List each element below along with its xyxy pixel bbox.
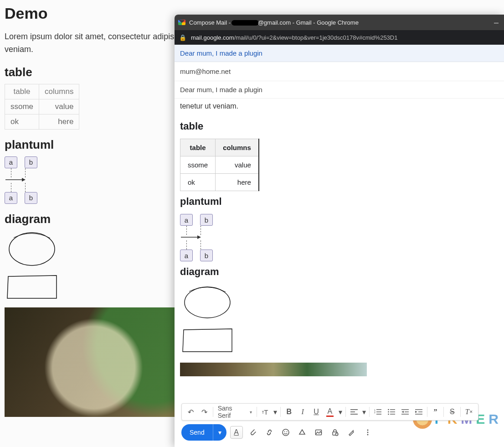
- insert-emoji-button[interactable]: [279, 426, 292, 439]
- insert-drive-button[interactable]: [296, 426, 309, 439]
- table-row: ok here: [5, 114, 79, 129]
- compose-header-subject[interactable]: Dear mum, I made a plugin: [175, 45, 504, 62]
- svg-point-18: [388, 411, 389, 413]
- svg-marker-1: [22, 178, 26, 182]
- chrome-window: Compose Mail - @gmail.com - Gmail - Goog…: [175, 15, 504, 447]
- plantuml-node-b: b: [25, 192, 37, 204]
- svg-marker-31: [299, 430, 305, 434]
- table-row: ssome value: [180, 156, 259, 174]
- doc-table: table columns ssome value ok here: [5, 84, 79, 130]
- body-plantuml-heading: plantuml: [180, 196, 499, 208]
- svg-point-39: [367, 434, 368, 436]
- svg-point-17: [388, 409, 389, 411]
- window-minimize-button[interactable]: –: [492, 18, 500, 26]
- svg-point-28: [283, 429, 289, 436]
- text-color-caret[interactable]: ▾: [337, 405, 344, 418]
- svg-marker-23: [401, 411, 404, 413]
- body-diagram-heading: diagram: [180, 266, 499, 278]
- svg-marker-27: [415, 411, 417, 413]
- plantuml-node-a: a: [180, 214, 193, 226]
- numbered-list-button[interactable]: 12: [371, 405, 384, 418]
- svg-marker-4: [197, 235, 201, 239]
- svg-rect-32: [315, 430, 321, 435]
- blockquote-button[interactable]: ”: [429, 405, 442, 418]
- plantuml-node-a: a: [5, 156, 17, 168]
- body-table: table columns ssome value ok here: [180, 139, 259, 191]
- plantuml-node-a: a: [180, 249, 193, 261]
- plantuml-node-b: b: [200, 214, 213, 226]
- send-toolbar: Send ▾ A: [181, 423, 499, 442]
- indent-decrease-button[interactable]: [399, 405, 411, 418]
- svg-point-19: [388, 414, 389, 415]
- svg-text:2: 2: [374, 411, 375, 414]
- to-field[interactable]: mum@home.net: [175, 62, 504, 81]
- redacted-username: [231, 20, 259, 26]
- italic-button[interactable]: I: [296, 405, 309, 418]
- window-titlebar[interactable]: Compose Mail - @gmail.com - Gmail - Goog…: [175, 15, 504, 30]
- underline-button[interactable]: U: [310, 405, 323, 418]
- send-button[interactable]: Send ▾: [181, 424, 226, 441]
- redo-button[interactable]: ↷: [198, 405, 211, 418]
- text-color-button[interactable]: A: [324, 405, 336, 418]
- table-row: table columns: [180, 139, 259, 156]
- send-button-label: Send: [181, 424, 213, 441]
- address-bar[interactable]: 🔒 mail.google.com/mail/u/0/?ui=2&view=bt…: [175, 30, 504, 45]
- svg-point-30: [286, 431, 287, 432]
- svg-point-2: [9, 233, 55, 265]
- gmail-icon: [178, 20, 185, 25]
- undo-button[interactable]: ↶: [185, 405, 197, 418]
- body-plantuml-diagram: a b a b: [180, 214, 499, 261]
- insert-photo-button[interactable]: [312, 426, 325, 439]
- formatting-toolbar: ↶ ↷ Sans Serif ▾ тT ▾ B I U A ▾ ▾ 12 ” S…: [181, 403, 478, 421]
- svg-point-5: [185, 287, 230, 318]
- font-size-button[interactable]: тT: [259, 405, 272, 418]
- body-freehand-diagram: [180, 284, 499, 354]
- body-photo-strip: [180, 363, 367, 376]
- font-size-caret[interactable]: ▾: [273, 405, 279, 418]
- remove-formatting-button[interactable]: T✕: [463, 405, 475, 418]
- subject-field[interactable]: Dear mum, I made a plugin: [175, 81, 504, 99]
- table-row: table columns: [5, 84, 79, 99]
- svg-point-38: [367, 432, 368, 433]
- plantuml-node-b: b: [200, 249, 213, 261]
- insert-signature-button[interactable]: [345, 426, 358, 439]
- url: mail.google.com/mail/u/0/?ui=2&view=btop…: [191, 34, 397, 41]
- chevron-down-icon: ▾: [250, 410, 252, 415]
- table-row: ok here: [180, 174, 259, 191]
- align-caret[interactable]: ▾: [361, 405, 367, 418]
- arrow-icon: [180, 234, 201, 240]
- svg-point-37: [367, 430, 368, 431]
- plantuml-node-b: b: [25, 156, 37, 168]
- bold-button[interactable]: B: [283, 405, 295, 418]
- lock-icon: 🔒: [179, 34, 186, 41]
- confidential-mode-button[interactable]: [329, 426, 341, 439]
- window-title: Compose Mail - @gmail.com - Gmail - Goog…: [189, 19, 359, 26]
- indent-increase-button[interactable]: [412, 405, 425, 418]
- text-format-toggle-button[interactable]: A: [230, 426, 243, 439]
- font-family-label: Sans Serif: [218, 405, 247, 419]
- plantuml-node-a: a: [5, 192, 17, 204]
- send-more-button[interactable]: ▾: [213, 424, 226, 441]
- svg-line-36: [337, 434, 338, 435]
- more-options-button[interactable]: [361, 426, 374, 439]
- strikethrough-button[interactable]: S: [446, 405, 458, 418]
- table-row: ssome value: [5, 99, 79, 114]
- body-table-heading: table: [180, 120, 499, 132]
- arrow-icon: [5, 177, 26, 183]
- attach-file-button[interactable]: [247, 426, 259, 439]
- body-fragment: tenetur ut veniam.: [180, 102, 499, 110]
- insert-link-button[interactable]: [263, 426, 276, 439]
- font-family-select[interactable]: Sans Serif ▾: [215, 405, 255, 419]
- compose-body[interactable]: tenetur ut veniam. table table columns s…: [175, 99, 504, 447]
- svg-point-29: [284, 431, 285, 432]
- bulleted-list-button[interactable]: [385, 405, 398, 418]
- align-button[interactable]: [348, 405, 360, 418]
